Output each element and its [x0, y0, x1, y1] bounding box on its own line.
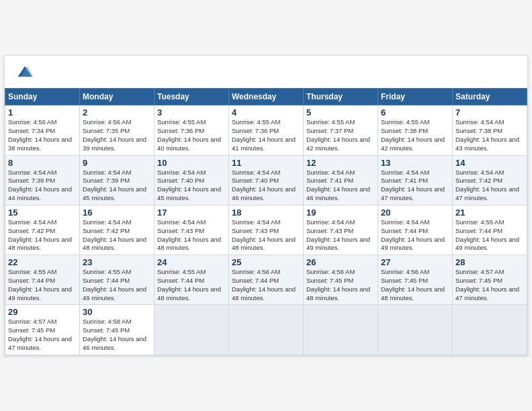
day-number: 12 — [306, 158, 375, 168]
day-number: 11 — [232, 158, 300, 168]
day-number: 8 — [8, 158, 77, 168]
day-number: 24 — [157, 257, 226, 267]
day-number: 26 — [306, 257, 375, 267]
day-number: 14 — [455, 158, 524, 168]
calendar-cell: 8Sunrise: 4:54 AMSunset: 7:39 PMDaylight… — [5, 155, 80, 205]
calendar-week-row: 29Sunrise: 4:57 AMSunset: 7:45 PMDayligh… — [5, 305, 527, 355]
weekday-header: Sunday — [5, 89, 80, 105]
calendar-cell: 10Sunrise: 4:54 AMSunset: 7:40 PMDayligh… — [154, 155, 229, 205]
calendar-cell: 13Sunrise: 4:54 AMSunset: 7:41 PMDayligh… — [378, 155, 453, 205]
calendar-cell: 24Sunrise: 4:55 AMSunset: 7:44 PMDayligh… — [154, 255, 229, 305]
day-number: 18 — [232, 208, 300, 218]
calendar-cell: 25Sunrise: 4:56 AMSunset: 7:44 PMDayligh… — [229, 255, 304, 305]
day-info: Sunrise: 4:57 AMSunset: 7:45 PMDaylight:… — [455, 268, 524, 302]
weekday-header: Wednesday — [229, 89, 304, 105]
weekday-header: Saturday — [453, 89, 527, 105]
calendar-header — [5, 56, 527, 88]
day-number: 28 — [455, 257, 524, 267]
day-info: Sunrise: 4:54 AMSunset: 7:40 PMDaylight:… — [232, 169, 300, 203]
day-number: 9 — [83, 158, 151, 168]
calendar-week-row: 15Sunrise: 4:54 AMSunset: 7:42 PMDayligh… — [5, 205, 527, 255]
day-info: Sunrise: 4:54 AMSunset: 7:44 PMDaylight:… — [381, 218, 449, 253]
day-info: Sunrise: 4:54 AMSunset: 7:43 PMDaylight:… — [232, 218, 300, 253]
day-number: 22 — [8, 257, 77, 267]
day-info: Sunrise: 4:55 AMSunset: 7:37 PMDaylight:… — [306, 118, 375, 152]
day-info: Sunrise: 4:56 AMSunset: 7:45 PMDaylight:… — [381, 268, 449, 302]
day-number: 29 — [8, 307, 77, 317]
calendar-cell: 9Sunrise: 4:54 AMSunset: 7:39 PMDaylight… — [80, 155, 154, 205]
day-number: 2 — [83, 107, 151, 118]
day-info: Sunrise: 4:54 AMSunset: 7:42 PMDaylight:… — [455, 169, 524, 203]
calendar-cell: 2Sunrise: 4:56 AMSunset: 7:35 PMDaylight… — [80, 105, 154, 155]
calendar-cell: 28Sunrise: 4:57 AMSunset: 7:45 PMDayligh… — [453, 255, 527, 305]
calendar-cell: 21Sunrise: 4:55 AMSunset: 7:44 PMDayligh… — [453, 205, 527, 255]
calendar-cell: 7Sunrise: 4:54 AMSunset: 7:38 PMDaylight… — [453, 105, 527, 155]
day-info: Sunrise: 4:56 AMSunset: 7:35 PMDaylight:… — [83, 118, 151, 152]
calendar-cell: 11Sunrise: 4:54 AMSunset: 7:40 PMDayligh… — [229, 155, 304, 205]
calendar-cell — [304, 305, 378, 355]
weekday-header: Thursday — [304, 89, 378, 105]
calendar-week-row: 1Sunrise: 4:56 AMSunset: 7:34 PMDaylight… — [5, 105, 527, 155]
day-info: Sunrise: 4:54 AMSunset: 7:38 PMDaylight:… — [455, 118, 524, 152]
day-info: Sunrise: 4:55 AMSunset: 7:36 PMDaylight:… — [157, 118, 226, 152]
day-number: 10 — [157, 158, 226, 168]
calendar-cell: 16Sunrise: 4:54 AMSunset: 7:42 PMDayligh… — [80, 205, 154, 255]
day-info: Sunrise: 4:55 AMSunset: 7:38 PMDaylight:… — [381, 118, 449, 152]
day-number: 17 — [157, 208, 226, 218]
day-info: Sunrise: 4:54 AMSunset: 7:42 PMDaylight:… — [83, 218, 151, 253]
calendar-cell — [229, 305, 304, 355]
day-number: 23 — [83, 257, 151, 267]
day-number: 19 — [306, 208, 375, 218]
calendar-cell: 4Sunrise: 4:55 AMSunset: 7:36 PMDaylight… — [229, 105, 304, 155]
day-number: 21 — [455, 208, 524, 218]
calendar-cell: 1Sunrise: 4:56 AMSunset: 7:34 PMDaylight… — [5, 105, 80, 155]
calendar-cell — [378, 305, 453, 355]
weekday-header: Monday — [80, 89, 154, 105]
logo-icon — [15, 64, 34, 83]
day-number: 30 — [83, 307, 151, 317]
day-number: 7 — [455, 107, 524, 118]
day-info: Sunrise: 4:55 AMSunset: 7:44 PMDaylight:… — [455, 218, 524, 253]
calendar-cell: 20Sunrise: 4:54 AMSunset: 7:44 PMDayligh… — [378, 205, 453, 255]
day-number: 25 — [232, 257, 300, 267]
day-info: Sunrise: 4:58 AMSunset: 7:45 PMDaylight:… — [83, 318, 151, 352]
day-number: 20 — [381, 208, 449, 218]
day-number: 16 — [83, 208, 151, 218]
day-number: 27 — [381, 257, 449, 267]
weekday-header: Tuesday — [154, 89, 229, 105]
day-info: Sunrise: 4:56 AMSunset: 7:34 PMDaylight:… — [8, 118, 77, 152]
calendar-cell: 26Sunrise: 4:56 AMSunset: 7:45 PMDayligh… — [304, 255, 378, 305]
day-info: Sunrise: 4:54 AMSunset: 7:41 PMDaylight:… — [381, 169, 449, 203]
weekday-header: Friday — [378, 89, 453, 105]
calendar-cell — [453, 305, 527, 355]
calendar-cell — [154, 305, 229, 355]
calendar-table: SundayMondayTuesdayWednesdayThursdayFrid… — [5, 88, 527, 355]
calendar-week-row: 8Sunrise: 4:54 AMSunset: 7:39 PMDaylight… — [5, 155, 527, 205]
day-info: Sunrise: 4:54 AMSunset: 7:42 PMDaylight:… — [8, 218, 77, 253]
day-info: Sunrise: 4:55 AMSunset: 7:44 PMDaylight:… — [8, 268, 77, 302]
weekday-header-row: SundayMondayTuesdayWednesdayThursdayFrid… — [5, 89, 527, 105]
day-number: 4 — [232, 107, 300, 118]
calendar-container: SundayMondayTuesdayWednesdayThursdayFrid… — [4, 55, 528, 355]
day-info: Sunrise: 4:55 AMSunset: 7:44 PMDaylight:… — [157, 268, 226, 302]
calendar-cell: 29Sunrise: 4:57 AMSunset: 7:45 PMDayligh… — [5, 305, 80, 355]
day-info: Sunrise: 4:54 AMSunset: 7:39 PMDaylight:… — [8, 169, 77, 203]
day-info: Sunrise: 4:54 AMSunset: 7:39 PMDaylight:… — [83, 169, 151, 203]
calendar-cell: 14Sunrise: 4:54 AMSunset: 7:42 PMDayligh… — [453, 155, 527, 205]
calendar-cell: 3Sunrise: 4:55 AMSunset: 7:36 PMDaylight… — [154, 105, 229, 155]
day-info: Sunrise: 4:54 AMSunset: 7:43 PMDaylight:… — [306, 218, 375, 253]
day-number: 13 — [381, 158, 449, 168]
day-number: 3 — [157, 107, 226, 118]
calendar-cell: 19Sunrise: 4:54 AMSunset: 7:43 PMDayligh… — [304, 205, 378, 255]
day-info: Sunrise: 4:56 AMSunset: 7:44 PMDaylight:… — [232, 268, 300, 302]
calendar-cell: 6Sunrise: 4:55 AMSunset: 7:38 PMDaylight… — [378, 105, 453, 155]
calendar-cell: 18Sunrise: 4:54 AMSunset: 7:43 PMDayligh… — [229, 205, 304, 255]
day-info: Sunrise: 4:54 AMSunset: 7:43 PMDaylight:… — [157, 218, 226, 253]
calendar-cell: 27Sunrise: 4:56 AMSunset: 7:45 PMDayligh… — [378, 255, 453, 305]
day-info: Sunrise: 4:55 AMSunset: 7:44 PMDaylight:… — [83, 268, 151, 302]
day-info: Sunrise: 4:55 AMSunset: 7:36 PMDaylight:… — [232, 118, 300, 152]
calendar-cell: 22Sunrise: 4:55 AMSunset: 7:44 PMDayligh… — [5, 255, 80, 305]
day-info: Sunrise: 4:57 AMSunset: 7:45 PMDaylight:… — [8, 318, 77, 352]
calendar-cell: 12Sunrise: 4:54 AMSunset: 7:41 PMDayligh… — [304, 155, 378, 205]
day-number: 1 — [8, 107, 77, 118]
